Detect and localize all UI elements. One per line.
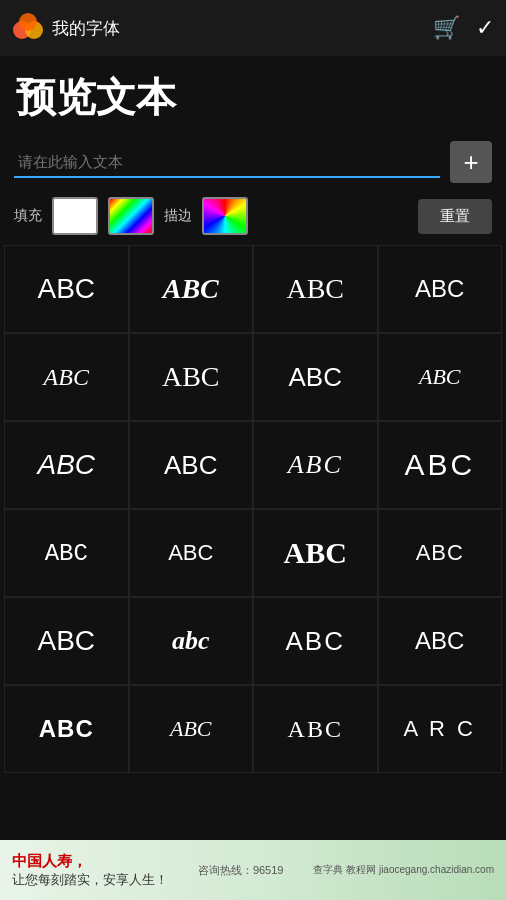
font-cell[interactable]: ABC (378, 597, 503, 685)
font-cell[interactable]: ABC (253, 509, 378, 597)
page-title: 预览文本 (16, 70, 490, 125)
font-preview-text: abc (172, 626, 210, 656)
font-preview-text: ABC (45, 540, 88, 567)
font-preview-text: ABC (39, 715, 94, 743)
font-preview-text: A R C (404, 716, 476, 742)
fill-label: 填充 (14, 207, 42, 225)
ad-text-block: 中国人寿， 让您每刻踏实，安享人生！ (12, 852, 168, 889)
font-preview-text: ABC (37, 625, 95, 657)
font-preview-text: ABC (415, 627, 464, 655)
font-preview-text: ABC (416, 540, 464, 566)
font-preview-text: ABC (168, 540, 213, 566)
font-cell[interactable]: ABC (4, 333, 129, 421)
font-cell[interactable]: abc (129, 597, 254, 685)
stroke-label: 描边 (164, 207, 192, 225)
font-cell[interactable]: ABC (253, 597, 378, 685)
ad-banner[interactable]: 中国人寿， 让您每刻踏实，安享人生！ 咨询热线：96519 查字典 教程网 ji… (0, 840, 506, 900)
font-preview-text: ABC (37, 449, 95, 481)
font-cell[interactable]: ABC (4, 421, 129, 509)
app-title: 我的字体 (52, 17, 120, 40)
font-cell[interactable]: ABC (253, 333, 378, 421)
add-button[interactable]: + (450, 141, 492, 183)
cart-icon[interactable]: 🛒 (433, 15, 460, 41)
font-cell[interactable]: ABC (4, 245, 129, 333)
page-title-area: 预览文本 (0, 56, 506, 135)
font-preview-text: ABC (162, 361, 220, 393)
font-cell[interactable]: ABC (253, 245, 378, 333)
font-cell[interactable]: ABC (129, 421, 254, 509)
font-cell[interactable]: ABC (378, 509, 503, 597)
ad-right: 查字典 教程网 jiaocegang.chazidian.com (313, 863, 494, 877)
font-cell[interactable]: ABC (129, 333, 254, 421)
font-preview-text: ABC (163, 273, 219, 305)
font-preview-text: ABC (286, 626, 345, 657)
ad-line2: 让您每刻踏实，安享人生！ (12, 871, 168, 889)
preview-text-input[interactable] (14, 147, 440, 178)
color-row: 填充 描边 重置 (0, 193, 506, 245)
header-right: 🛒 ✓ (433, 15, 494, 41)
font-preview-text: ABC (419, 364, 461, 390)
fill-gradient-swatch[interactable] (108, 197, 154, 235)
font-preview-text: ABC (284, 536, 347, 570)
font-preview-text: ABC (286, 273, 344, 305)
ad-line1: 中国人寿， (12, 852, 168, 871)
reset-button[interactable]: 重置 (418, 199, 492, 234)
header-left: 我的字体 (12, 12, 120, 44)
font-preview-text: ABC (170, 716, 212, 742)
font-cell[interactable]: ABC (4, 509, 129, 597)
font-cell[interactable]: ABC (129, 685, 254, 773)
font-grid: ABCABCABCABCABCABCABCABCABCABCABCABCABCA… (0, 245, 506, 773)
font-preview-text: ABC (44, 364, 89, 391)
font-preview-text: ABC (37, 273, 95, 305)
font-preview-text: ABC (404, 448, 475, 482)
font-cell[interactable]: ABC (4, 685, 129, 773)
font-preview-text: ABC (288, 716, 343, 743)
font-preview-text: ABC (164, 450, 217, 481)
font-cell[interactable]: ABC (129, 245, 254, 333)
font-cell[interactable]: ABC (129, 509, 254, 597)
font-cell[interactable]: ABC (378, 333, 503, 421)
app-logo (12, 12, 44, 44)
font-preview-text: ABC (288, 450, 343, 480)
input-row: + (0, 135, 506, 193)
font-preview-text: ABC (289, 362, 342, 393)
font-cell[interactable]: ABC (253, 421, 378, 509)
ad-middle: 咨询热线：96519 (176, 863, 305, 878)
font-cell[interactable]: ABC (253, 685, 378, 773)
font-cell[interactable]: ABC (378, 421, 503, 509)
header: 我的字体 🛒 ✓ (0, 0, 506, 56)
svg-point-2 (19, 13, 37, 31)
fill-color-swatch[interactable] (52, 197, 98, 235)
font-cell[interactable]: A R C (378, 685, 503, 773)
stroke-gradient-swatch[interactable] (202, 197, 248, 235)
font-cell[interactable]: ABC (4, 597, 129, 685)
font-cell[interactable]: ABC (378, 245, 503, 333)
font-preview-text: ABC (415, 275, 464, 303)
confirm-icon[interactable]: ✓ (476, 15, 494, 41)
